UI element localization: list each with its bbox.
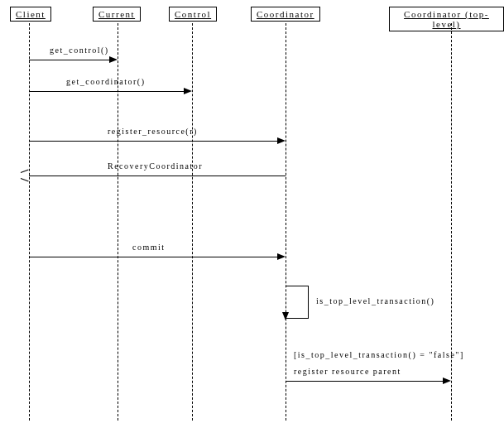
msg-get-coordinator: get_coordinator() [66, 77, 145, 86]
msg-commit: commit [132, 243, 166, 252]
lifeline-top-coordinator [451, 23, 452, 421]
participant-coordinator: Coordinator [251, 7, 320, 22]
lifeline-coordinator [286, 23, 286, 421]
participant-label: Client [16, 9, 46, 19]
participant-top-coordinator: Coordinator (top-level) [389, 7, 504, 31]
arrow-register-resource [29, 141, 281, 142]
participant-label: Control [175, 9, 211, 19]
participant-label: Coordinator [257, 9, 314, 19]
arrowhead-register-parent [443, 378, 451, 384]
arrowhead-get-coordinator [184, 88, 192, 94]
arrowhead-recovery-coordinator [21, 172, 29, 179]
participant-client: Client [10, 7, 51, 22]
participant-label: Coordinator (top-level) [404, 9, 489, 29]
lifeline-control [192, 23, 193, 421]
arrowhead-register-resource [277, 137, 286, 144]
participant-control: Control [169, 7, 217, 22]
arrow-get-coordinator [29, 91, 188, 92]
arrow-commit [29, 257, 281, 257]
arrow-register-parent [286, 381, 447, 382]
self-call-box [286, 286, 309, 319]
participant-label: Current [98, 9, 135, 19]
arrow-get-control [29, 60, 113, 60]
arrowhead-self-call [282, 312, 289, 320]
msg-register-parent: register resource parent [294, 367, 401, 376]
arrow-recovery-coordinator [29, 176, 286, 176]
msg-is-top-level: is_top_level_transaction() [316, 296, 434, 305]
lifeline-client [29, 23, 30, 421]
participant-current: Current [93, 7, 141, 22]
arrowhead-commit [277, 253, 286, 260]
arrowhead-get-control [109, 56, 118, 63]
msg-recovery-coordinator: RecoveryCoordinator [108, 161, 203, 171]
msg-get-control: get_control() [50, 46, 109, 55]
msg-guard: [is_top_level_transaction() = "false"] [294, 350, 464, 359]
msg-register-resource: register_resource(r) [108, 127, 198, 136]
